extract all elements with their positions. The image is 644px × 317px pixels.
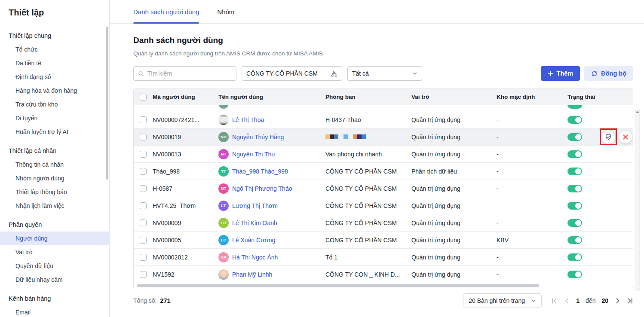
user-name-cell: Phan Mỹ Linhh [218,269,325,280]
status-toggle[interactable] [567,185,582,192]
row-checkbox[interactable] [140,116,147,123]
vertical-scrollbar[interactable] [635,109,640,291]
user-name-link[interactable]: Ngô Thị Phương Thảo [232,185,292,192]
warehouse-cell: - [497,116,567,123]
sidebar-item-đi-tuyến[interactable]: Đi tuyến [0,111,109,125]
status-toggle[interactable] [567,150,582,158]
search-input[interactable] [147,70,232,77]
user-name-link[interactable]: Nguyễn Thị Thư [232,151,276,158]
row-checkbox[interactable] [140,271,147,278]
page-size-select[interactable]: 20 Bản ghi trên trang [463,293,542,308]
table-row: NV000013NTNguyễn Thị ThưVan phong chi nh… [134,145,633,162]
status-toggle[interactable] [567,202,582,210]
row-checkbox[interactable] [140,219,147,226]
status-toggle[interactable] [567,168,582,175]
role-cell: Phân tích dữ liệu [411,168,497,175]
sidebar-item-quyền-dữ-liệu[interactable]: Quyền dữ liệu [0,259,109,273]
first-page-button[interactable] [551,298,558,304]
user-name-link[interactable]: Thảo_998 Thảo_998 [232,168,288,175]
role-cell: Quản trị ứng dụng [411,134,497,140]
previous-page-button[interactable] [564,298,570,304]
pagination-group: 20 Bản ghi trên trang 1 đến 20 [463,293,633,308]
page-header: Danh sách người dùng Quản lý danh sách n… [110,24,644,57]
row-checkbox[interactable] [140,134,147,140]
user-name-cell: NTNguyễn Thị Thư [218,149,325,159]
select-all-checkbox[interactable] [140,94,147,101]
sidebar-item-hàng-hóa-và-đơn-hàng[interactable]: Hàng hóa và đơn hàng [0,84,109,98]
sidebar-section-label: Thiết lập chung [0,29,109,43]
sidebar-item-nhóm-người-dùng[interactable]: Nhóm người dùng [0,171,109,185]
user-name-link[interactable]: Hà Thị Ngọc Ánh [232,254,278,261]
user-name-cell: TTThảo_998 Thảo_998 [218,166,325,177]
status-toggle[interactable] [567,236,582,244]
user-name-link[interactable]: Nguyễn Thúy Hằng [232,134,284,140]
last-page-button[interactable] [627,298,633,304]
status-toggle[interactable] [567,253,582,261]
row-checkbox[interactable] [140,237,147,244]
sidebar-item-huấn-luyện-trợ-lý-ai[interactable]: Huấn luyện trợ lý AI [0,125,109,139]
scroll-up-arrow-icon[interactable] [636,111,639,113]
sidebar-item-vai-trò[interactable]: Vai trò [0,245,109,259]
status-cell [567,150,633,158]
role-cell: Quản trị ứng dụng [411,271,497,278]
permission-shield-button[interactable] [601,130,615,144]
header-checkbox-cell [134,94,153,101]
sidebar-item-thông-tin-cá-nhân[interactable]: Thông tin cá nhân [0,158,109,171]
row-checkbox[interactable] [140,185,147,192]
page-range-start: 1 [576,297,580,304]
user-code-cell: Thảo_998 [153,168,218,175]
sidebar-item-đa-tiền-tệ[interactable]: Đa tiền tệ [0,56,109,70]
sync-button[interactable]: Đồng bộ [584,66,633,81]
horizontal-scrollbar-thumb[interactable] [137,284,539,287]
sidebar-item-người-dùng[interactable]: Người dùng [0,232,109,245]
user-name-link[interactable]: Lê Xuân Cường [232,237,275,244]
next-page-button[interactable] [614,298,621,304]
status-toggle[interactable] [567,271,582,278]
status-toggle[interactable] [567,116,582,124]
sidebar-item-tổ-chức[interactable]: Tổ chức [0,43,109,56]
horizontal-scrollbar[interactable] [134,283,633,288]
table-body: NV0000072421...Lê Thị ThoaH-0437-ThaoQuả… [134,111,633,283]
user-name-link[interactable]: Lê Thị Thoa [232,116,264,123]
sidebar-item-email[interactable]: Email [0,305,109,317]
status-toggle[interactable] [567,133,582,141]
user-code-cell: NV00002012 [153,254,218,261]
user-name-link[interactable]: Phan Mỹ Linhh [232,271,272,278]
delete-user-button[interactable] [619,131,632,143]
row-checkbox[interactable] [140,202,147,209]
add-button[interactable]: Thêm [541,66,580,81]
shield-check-icon [604,133,612,141]
tab-groups[interactable]: Nhóm [217,0,234,23]
status-toggle[interactable] [567,219,582,227]
column-header-department: Phòng ban [325,94,411,100]
sidebar-item-dữ-liệu-nhạy-cảm[interactable]: Dữ liệu nhạy cảm [0,273,109,287]
department-cell: H-0437-Thao [325,116,411,123]
row-checkbox[interactable] [140,254,147,261]
table-row: Thảo_998TTThảo_998 Thảo_998CÔNG TY CỔ PH… [134,162,633,180]
sidebar-item-thiết-lập-thông-báo[interactable]: Thiết lập thông báo [0,185,109,199]
row-checkbox[interactable] [140,151,147,158]
user-name-link[interactable]: Lê Thị Kim Oanh [232,219,277,226]
sidebar-item-định-dạng-số[interactable]: Định dạng số [0,70,109,84]
sidebar-item-tra-cứu-tồn-kho[interactable]: Tra cứu tồn kho [0,98,109,111]
sidebar-section-label: Phân quyền [0,218,109,232]
sidebar-scrollbar[interactable] [106,27,108,180]
tab-user-list[interactable]: Danh sách người dùng [133,0,199,23]
sidebar-item-nhận-lịch-làm-việc[interactable]: Nhận lịch làm việc [0,199,109,213]
column-header-code: Mã người dùng [153,94,218,100]
table-row: NV1592Phan Mỹ LinhhCÔNG TY CON _ KINH D.… [134,265,633,283]
company-filter[interactable]: CÔNG TY CỔ PHẦN CSM [242,66,342,81]
search-box[interactable] [133,66,236,81]
department-color-blocks [325,134,411,139]
department-cell: CÔNG TY CON _ KINH D... [325,271,411,278]
user-code-cell: NV0000072421... [153,116,218,123]
warehouse-cell: - [497,134,567,140]
row-checkbox[interactable] [140,168,147,175]
warehouse-cell: - [497,185,567,192]
status-filter[interactable]: Tất cả [347,66,422,81]
table-row: NV00002012HAHà Thị Ngọc ÁnhTổ 1Quản trị … [134,248,633,265]
user-name-link[interactable]: Lương Thị Thơm [232,202,278,209]
user-avatar: NH [218,132,229,142]
warehouse-cell: - [497,168,567,175]
status-filter-value: Tất cả [352,70,369,77]
